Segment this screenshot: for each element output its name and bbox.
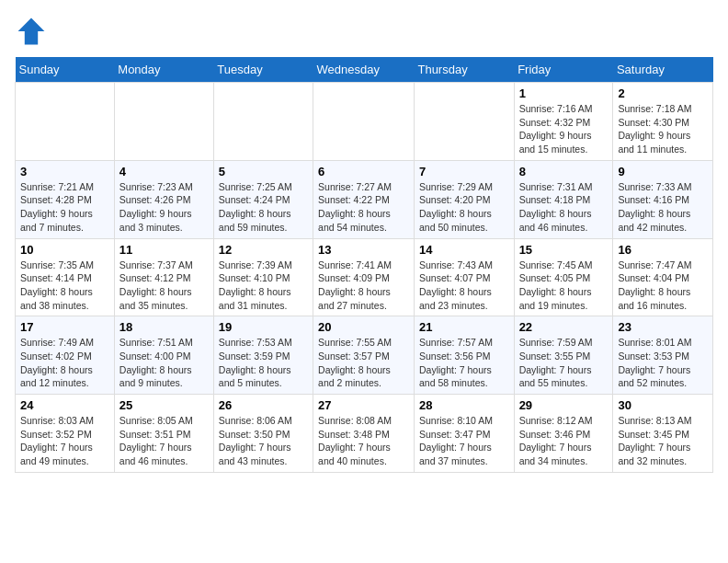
day-number: 17 [20, 320, 109, 334]
day-info: Sunrise: 7:25 AM Sunset: 4:24 PM Dayligh… [219, 180, 308, 235]
day-cell: 16Sunrise: 7:47 AM Sunset: 4:04 PM Dayli… [613, 238, 713, 316]
day-info: Sunrise: 7:55 AM Sunset: 3:57 PM Dayligh… [318, 336, 409, 390]
day-info: Sunrise: 8:08 AM Sunset: 3:48 PM Dayligh… [318, 414, 409, 468]
day-number: 27 [318, 398, 409, 412]
day-info: Sunrise: 7:23 AM Sunset: 4:26 PM Dayligh… [119, 180, 209, 235]
week-row-5: 24Sunrise: 8:03 AM Sunset: 3:52 PM Dayli… [16, 395, 713, 473]
day-cell: 27Sunrise: 8:08 AM Sunset: 3:48 PM Dayli… [313, 395, 415, 473]
day-number: 20 [318, 320, 409, 334]
week-row-2: 3Sunrise: 7:21 AM Sunset: 4:28 PM Daylig… [16, 160, 713, 238]
day-info: Sunrise: 8:03 AM Sunset: 3:52 PM Dayligh… [20, 414, 109, 468]
day-number: 30 [618, 398, 708, 412]
week-row-3: 10Sunrise: 7:35 AM Sunset: 4:14 PM Dayli… [16, 238, 713, 316]
day-cell: 29Sunrise: 8:12 AM Sunset: 3:46 PM Dayli… [514, 395, 613, 473]
weekday-header-wednesday: Wednesday [313, 57, 415, 83]
day-number: 5 [219, 165, 308, 178]
day-number: 9 [618, 165, 708, 178]
calendar: SundayMondayTuesdayWednesdayThursdayFrid… [15, 57, 713, 473]
day-cell: 3Sunrise: 7:21 AM Sunset: 4:28 PM Daylig… [16, 160, 115, 238]
weekday-header-sunday: Sunday [16, 57, 115, 83]
day-cell: 4Sunrise: 7:23 AM Sunset: 4:26 PM Daylig… [114, 160, 213, 238]
svg-marker-0 [18, 18, 45, 45]
day-number: 4 [119, 165, 209, 178]
day-info: Sunrise: 7:53 AM Sunset: 3:59 PM Dayligh… [219, 336, 308, 390]
day-number: 15 [519, 243, 609, 257]
day-cell: 17Sunrise: 7:49 AM Sunset: 4:02 PM Dayli… [16, 316, 115, 395]
day-info: Sunrise: 7:57 AM Sunset: 3:56 PM Dayligh… [419, 336, 509, 390]
day-info: Sunrise: 8:10 AM Sunset: 3:47 PM Dayligh… [419, 414, 509, 468]
day-number: 10 [20, 243, 109, 257]
day-info: Sunrise: 8:13 AM Sunset: 3:45 PM Dayligh… [618, 414, 708, 468]
weekday-header-tuesday: Tuesday [213, 57, 313, 83]
day-cell: 13Sunrise: 7:41 AM Sunset: 4:09 PM Dayli… [313, 238, 415, 316]
day-number: 16 [618, 243, 708, 257]
day-number: 26 [219, 398, 308, 412]
week-row-1: 1Sunrise: 7:16 AM Sunset: 4:32 PM Daylig… [16, 83, 713, 161]
day-info: Sunrise: 7:59 AM Sunset: 3:55 PM Dayligh… [519, 336, 609, 390]
day-cell: 8Sunrise: 7:31 AM Sunset: 4:18 PM Daylig… [514, 160, 613, 238]
day-number: 6 [318, 165, 409, 178]
day-number: 1 [519, 86, 609, 100]
day-cell [414, 83, 514, 161]
day-info: Sunrise: 8:01 AM Sunset: 3:53 PM Dayligh… [618, 336, 708, 390]
day-number: 22 [519, 320, 609, 334]
day-cell: 21Sunrise: 7:57 AM Sunset: 3:56 PM Dayli… [414, 316, 514, 395]
day-cell: 18Sunrise: 7:51 AM Sunset: 4:00 PM Dayli… [114, 316, 213, 395]
day-info: Sunrise: 7:31 AM Sunset: 4:18 PM Dayligh… [519, 180, 609, 235]
logo [15, 15, 51, 48]
day-info: Sunrise: 8:06 AM Sunset: 3:50 PM Dayligh… [219, 414, 308, 468]
day-cell: 19Sunrise: 7:53 AM Sunset: 3:59 PM Dayli… [213, 316, 313, 395]
day-cell [313, 83, 415, 161]
day-cell: 6Sunrise: 7:27 AM Sunset: 4:22 PM Daylig… [313, 160, 415, 238]
day-number: 14 [419, 243, 509, 257]
day-cell [16, 83, 115, 161]
day-info: Sunrise: 7:47 AM Sunset: 4:04 PM Dayligh… [618, 259, 708, 313]
day-number: 13 [318, 243, 409, 257]
day-cell: 12Sunrise: 7:39 AM Sunset: 4:10 PM Dayli… [213, 238, 313, 316]
day-number: 12 [219, 243, 308, 257]
day-info: Sunrise: 7:49 AM Sunset: 4:02 PM Dayligh… [20, 336, 109, 390]
day-info: Sunrise: 7:27 AM Sunset: 4:22 PM Dayligh… [318, 180, 409, 235]
day-cell: 5Sunrise: 7:25 AM Sunset: 4:24 PM Daylig… [213, 160, 313, 238]
day-number: 29 [519, 398, 609, 412]
weekday-header-saturday: Saturday [613, 57, 713, 83]
day-info: Sunrise: 7:18 AM Sunset: 4:30 PM Dayligh… [618, 102, 708, 156]
day-info: Sunrise: 7:51 AM Sunset: 4:00 PM Dayligh… [119, 336, 209, 390]
day-info: Sunrise: 8:05 AM Sunset: 3:51 PM Dayligh… [119, 414, 209, 468]
day-number: 7 [419, 165, 509, 178]
day-info: Sunrise: 7:33 AM Sunset: 4:16 PM Dayligh… [618, 180, 708, 235]
day-cell: 24Sunrise: 8:03 AM Sunset: 3:52 PM Dayli… [16, 395, 115, 473]
day-number: 11 [119, 243, 209, 257]
day-number: 28 [419, 398, 509, 412]
day-cell: 11Sunrise: 7:37 AM Sunset: 4:12 PM Dayli… [114, 238, 213, 316]
day-cell: 7Sunrise: 7:29 AM Sunset: 4:20 PM Daylig… [414, 160, 514, 238]
day-info: Sunrise: 7:21 AM Sunset: 4:28 PM Dayligh… [20, 180, 109, 235]
day-number: 24 [20, 398, 109, 412]
day-number: 3 [20, 165, 109, 178]
day-number: 25 [119, 398, 209, 412]
weekday-header-row: SundayMondayTuesdayWednesdayThursdayFrid… [16, 57, 713, 83]
day-number: 18 [119, 320, 209, 334]
day-info: Sunrise: 7:29 AM Sunset: 4:20 PM Dayligh… [419, 180, 509, 235]
day-cell: 30Sunrise: 8:13 AM Sunset: 3:45 PM Dayli… [613, 395, 713, 473]
day-info: Sunrise: 7:43 AM Sunset: 4:07 PM Dayligh… [419, 259, 509, 313]
day-number: 19 [219, 320, 308, 334]
day-cell: 28Sunrise: 8:10 AM Sunset: 3:47 PM Dayli… [414, 395, 514, 473]
weekday-header-friday: Friday [514, 57, 613, 83]
day-number: 2 [618, 86, 708, 100]
week-row-4: 17Sunrise: 7:49 AM Sunset: 4:02 PM Dayli… [16, 316, 713, 395]
day-info: Sunrise: 7:37 AM Sunset: 4:12 PM Dayligh… [119, 259, 209, 313]
day-info: Sunrise: 7:45 AM Sunset: 4:05 PM Dayligh… [519, 259, 609, 313]
day-number: 21 [419, 320, 509, 334]
day-cell: 2Sunrise: 7:18 AM Sunset: 4:30 PM Daylig… [613, 83, 713, 161]
day-cell: 10Sunrise: 7:35 AM Sunset: 4:14 PM Dayli… [16, 238, 115, 316]
day-cell: 15Sunrise: 7:45 AM Sunset: 4:05 PM Dayli… [514, 238, 613, 316]
day-info: Sunrise: 7:16 AM Sunset: 4:32 PM Dayligh… [519, 102, 609, 156]
day-info: Sunrise: 8:12 AM Sunset: 3:46 PM Dayligh… [519, 414, 609, 468]
weekday-header-monday: Monday [114, 57, 213, 83]
day-info: Sunrise: 7:41 AM Sunset: 4:09 PM Dayligh… [318, 259, 409, 313]
day-number: 23 [618, 320, 708, 334]
day-cell: 26Sunrise: 8:06 AM Sunset: 3:50 PM Dayli… [213, 395, 313, 473]
day-number: 8 [519, 165, 609, 178]
day-cell [114, 83, 213, 161]
